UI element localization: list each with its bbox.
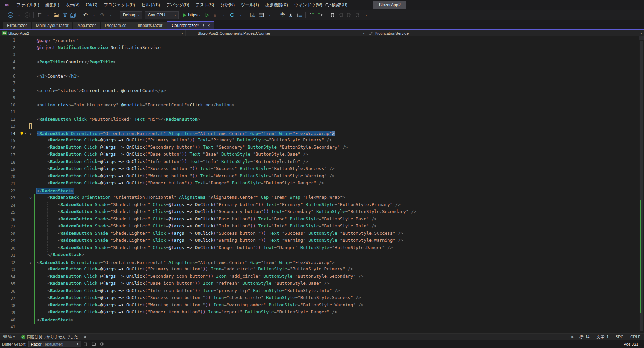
undo-dropdown[interactable]: ▾ bbox=[90, 11, 98, 19]
tab-error-razor[interactable]: Error.razor bbox=[3, 22, 31, 29]
code-line-9[interactable]: 9 bbox=[0, 94, 639, 101]
clear-bookmarks-button[interactable] bbox=[354, 11, 361, 19]
menu-item-10[interactable]: ツール(T) bbox=[238, 0, 262, 10]
breadcrumb-type[interactable]: BlazorApp2.Components.Pages.Counter ▾ bbox=[186, 30, 367, 36]
document-health-indicator[interactable]: ✓ 問題は見つかりませんでした bbox=[18, 334, 82, 340]
zoom-control[interactable]: 98 % ▾ bbox=[0, 334, 18, 340]
menu-item-8[interactable]: テスト(S) bbox=[192, 0, 217, 10]
search-box[interactable]: 検索 ▾ bbox=[325, 0, 344, 10]
code-line-15[interactable]: 15 <RadzenButton Click=@(args => OnClick… bbox=[0, 137, 639, 144]
code-line-5[interactable]: 5 bbox=[0, 65, 639, 73]
code-line-3[interactable]: 3 bbox=[0, 51, 639, 58]
menu-item-3[interactable]: 表示(V) bbox=[62, 0, 83, 10]
code-editor[interactable]: 1@page "/counter"2@inject NotificationSe… bbox=[0, 36, 644, 333]
code-line-20[interactable]: 20 <RadzenButton Click=@(args => OnClick… bbox=[0, 173, 639, 180]
code-lines[interactable]: 1@page "/counter"2@inject NotificationSe… bbox=[0, 36, 639, 333]
code-line-19[interactable]: 19 <RadzenButton Click=@(args => OnClick… bbox=[0, 166, 639, 173]
undo-button[interactable]: ↶ bbox=[82, 11, 89, 19]
tab-app-razor[interactable]: App.razor bbox=[73, 22, 100, 29]
menu-item-6[interactable]: ビルド(B) bbox=[138, 0, 163, 10]
code-line-38[interactable]: 38 <RadzenButton Click=@(args => OnClick… bbox=[0, 302, 639, 310]
menu-item-12[interactable]: ウィンドウ(W) bbox=[291, 0, 326, 10]
code-line-2[interactable]: 2@inject NotificationService Notificatio… bbox=[0, 44, 639, 51]
bookmark-button[interactable] bbox=[328, 11, 336, 19]
code-line-39[interactable]: 39 <RadzenButton Click=@(args => OnClick… bbox=[0, 309, 639, 317]
char-indicator[interactable]: 文字: 1 bbox=[593, 334, 612, 340]
code-line-4[interactable]: 4<PageTitle>Counter</PageTitle> bbox=[0, 58, 639, 66]
code-line-16[interactable]: 16 <RadzenButton Click=@(args => OnClick… bbox=[0, 144, 639, 152]
fold-chevron-icon[interactable]: ∨ bbox=[27, 196, 34, 200]
code-line-41[interactable]: 41 bbox=[0, 324, 639, 331]
toolbar-grip[interactable] bbox=[3, 12, 5, 18]
redo-button[interactable]: ↷ bbox=[98, 11, 106, 19]
restart-dropdown[interactable]: ▾ bbox=[237, 11, 244, 19]
breadcrumb-project[interactable]: C# BlazorApp2 ▾ bbox=[0, 30, 186, 36]
menu-item-5[interactable]: プロジェクト(P) bbox=[101, 0, 138, 10]
line-ending-indicator[interactable]: CRLF bbox=[627, 335, 644, 339]
hot-reload-dropdown[interactable]: ▾ bbox=[220, 11, 228, 19]
new-item-dropdown[interactable]: ▾ bbox=[44, 11, 52, 19]
code-line-12[interactable]: 12<RadzenButton Click="@ButtonClicked" T… bbox=[0, 116, 639, 123]
navigate-home-button[interactable] bbox=[257, 11, 265, 19]
text-correction-button[interactable]: abc ✓ bbox=[279, 11, 286, 19]
code-line-33[interactable]: 33 <RadzenButton Click=@(args => OnClick… bbox=[0, 266, 639, 274]
new-item-button[interactable] bbox=[36, 11, 43, 19]
code-line-27[interactable]: 27 <RadzenButton Shade="Shade.Lighter" C… bbox=[0, 223, 639, 230]
code-line-11[interactable]: 11 bbox=[0, 108, 639, 116]
code-line-31[interactable]: 31 </RadzenStack> bbox=[0, 252, 639, 259]
redo-dropdown[interactable]: ▾ bbox=[107, 11, 115, 19]
navigate-back-dropdown[interactable]: ▾ bbox=[15, 11, 23, 19]
stacked-files-icon[interactable] bbox=[91, 341, 97, 347]
line-uncomment-button[interactable] bbox=[316, 11, 324, 19]
code-line-17[interactable]: 17 <RadzenButton Click=@(args => OnClick… bbox=[0, 151, 639, 159]
bookmark-dropdown[interactable]: ▾ bbox=[362, 11, 370, 19]
code-line-14[interactable]: 14▾∨<RadzenStack Orientation="Orientatio… bbox=[0, 130, 639, 137]
code-line-8[interactable]: 8<p role="status">Current count: @curren… bbox=[0, 87, 639, 94]
toolbar-grip[interactable] bbox=[275, 12, 277, 18]
code-line-36[interactable]: 36 <RadzenButton Click=@(args => OnClick… bbox=[0, 288, 639, 295]
code-line-23[interactable]: 23∨ <RadzenStack Orientation="Orientatio… bbox=[0, 194, 639, 202]
open-file-button[interactable] bbox=[53, 11, 60, 19]
menu-item-2[interactable]: 編集(E) bbox=[42, 0, 62, 10]
code-line-37[interactable]: 37 <RadzenButton Click=@(args => OnClick… bbox=[0, 295, 639, 302]
find-in-files-button[interactable] bbox=[249, 11, 257, 19]
code-line-24[interactable]: 24 <RadzenButton Shade="Shade.Lighter" C… bbox=[0, 202, 639, 209]
menu-item-4[interactable]: Git(G) bbox=[83, 0, 101, 10]
vertical-scrollbar[interactable] bbox=[639, 36, 644, 333]
close-icon[interactable]: × bbox=[208, 23, 210, 28]
solution-badge[interactable]: BlazorApp2 bbox=[373, 1, 406, 9]
pin-icon[interactable] bbox=[201, 24, 205, 28]
navigate-forward-button[interactable]: → bbox=[23, 11, 31, 19]
overlap-windows-icon[interactable] bbox=[83, 341, 89, 347]
breadcrumb-member[interactable]: NotificationService ▾ bbox=[367, 30, 644, 36]
code-line-40[interactable]: 40</RadzenStack> bbox=[0, 317, 639, 324]
tab-program-cs[interactable]: Program.cs bbox=[101, 22, 130, 29]
code-line-10[interactable]: 10<button class="btn btn-primary" @oncli… bbox=[0, 101, 639, 109]
fold-chevron-icon[interactable]: ∨ bbox=[27, 261, 34, 264]
scroll-right-arrow[interactable]: ▶ bbox=[569, 335, 576, 339]
format-indent-button[interactable] bbox=[296, 11, 303, 19]
code-line-30[interactable]: 30 <RadzenButton Shade="Shade.Lighter" C… bbox=[0, 245, 639, 252]
code-line-7[interactable]: 7 bbox=[0, 80, 639, 87]
code-line-34[interactable]: 34 <RadzenButton Click=@(args => OnClick… bbox=[0, 274, 639, 281]
navigate-back-button[interactable]: ← bbox=[7, 11, 14, 19]
cursor-select-button[interactable] bbox=[287, 11, 295, 19]
platform-select[interactable]: Any CPU▾ bbox=[145, 11, 179, 19]
lightbulb-icon[interactable]: ▾ bbox=[18, 131, 27, 136]
code-line-25[interactable]: 25 <RadzenButton Shade="Shade.Lighter" C… bbox=[0, 209, 639, 216]
code-line-1[interactable]: 1@page "/counter" bbox=[0, 37, 639, 44]
horizontal-scrollbar[interactable] bbox=[88, 334, 569, 340]
next-bookmark-button[interactable] bbox=[345, 11, 353, 19]
menu-item-11[interactable]: 拡張機能(X) bbox=[262, 0, 291, 10]
line-comment-button[interactable] bbox=[308, 11, 316, 19]
code-line-28[interactable]: 28 <RadzenButton Shade="Shade.Lighter" C… bbox=[0, 230, 639, 238]
code-line-35[interactable]: 35 <RadzenButton Click=@(args => OnClick… bbox=[0, 280, 639, 288]
code-line-32[interactable]: 32∨<RadzenStack Orientation="Orientation… bbox=[0, 259, 639, 267]
menu-item-1[interactable]: ファイル(F) bbox=[13, 0, 42, 10]
space-mode-indicator[interactable]: SPC bbox=[612, 335, 627, 339]
tab--imports-razor[interactable]: _Imports.razor bbox=[131, 22, 167, 29]
prev-bookmark-button[interactable] bbox=[337, 11, 345, 19]
restart-button[interactable] bbox=[228, 11, 236, 19]
scrollbar-split-handle[interactable] bbox=[639, 36, 644, 40]
tab-counter-razor-[interactable]: Counter.razor*× bbox=[167, 21, 214, 29]
